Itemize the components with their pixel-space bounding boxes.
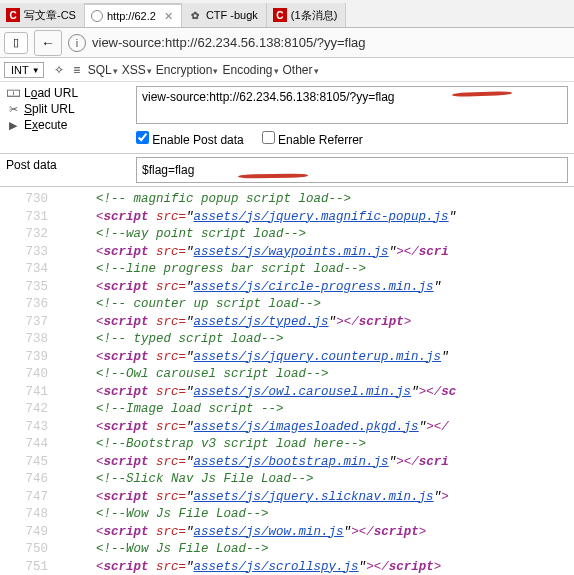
load-icon: 🀱 <box>6 87 20 100</box>
tab-title: CTF -bugk <box>206 9 258 21</box>
close-icon[interactable]: ✕ <box>164 10 173 23</box>
menu-xss[interactable]: XSS <box>120 63 154 77</box>
address-bar: ▯ ← i view-source:http://62.234.56.138:8… <box>0 28 574 58</box>
enable-referrer-checkbox[interactable]: Enable Referrer <box>262 131 363 147</box>
post-data-label: Post data <box>0 154 130 186</box>
favicon-gear: ✿ <box>188 8 202 22</box>
menu-sql[interactable]: SQL <box>86 63 120 77</box>
url-input[interactable]: view-source:http://62.234.56.138:8105/?y… <box>136 86 568 124</box>
panel-actions: 🀱 Load URL ✂ Split URL ▶ Execute <box>0 82 130 153</box>
split-icon: ✂ <box>6 103 20 116</box>
tab-1[interactable]: http://62.2 ✕ <box>85 3 182 27</box>
src-link[interactable]: assets/js/bootstrap.min.js <box>194 455 389 469</box>
execute-action[interactable]: ▶ Execute <box>6 118 124 132</box>
tab-strip: C 写文章-CS http://62.2 ✕ ✿ CTF -bugk C (1条… <box>0 0 574 28</box>
wand-icon[interactable]: ✧ <box>50 63 68 77</box>
tab-title: http://62.2 <box>107 10 156 22</box>
menu-encoding[interactable]: Encoding <box>220 63 280 77</box>
post-data-row: Post data <box>0 154 574 187</box>
src-link[interactable]: assets/js/imagesloaded.pkgd.js <box>194 420 419 434</box>
src-link[interactable]: assets/js/jquery.slicknav.min.js <box>194 490 434 504</box>
src-link[interactable]: assets/js/jquery.counterup.min.js <box>194 350 442 364</box>
hackbar-panel: 🀱 Load URL ✂ Split URL ▶ Execute view-so… <box>0 82 574 154</box>
tab-title: (1条消息) <box>291 8 337 23</box>
tab-title: 写文章-CS <box>24 8 76 23</box>
load-url-action[interactable]: 🀱 Load URL <box>6 86 124 100</box>
favicon-globe <box>91 10 103 22</box>
src-link[interactable]: assets/js/wow.min.js <box>194 525 344 539</box>
src-link[interactable]: assets/js/scrollspy.js <box>194 560 359 574</box>
menu-encryption[interactable]: Encryption <box>154 63 221 77</box>
src-link[interactable]: assets/js/waypoints.min.js <box>194 245 389 259</box>
site-info-icon[interactable]: i <box>68 34 86 52</box>
tab-2[interactable]: ✿ CTF -bugk <box>182 3 267 27</box>
split-url-action[interactable]: ✂ Split URL <box>6 102 124 116</box>
hackbar-toolbar: INT ✧ ≡ SQL XSS Encryption Encoding Othe… <box>0 58 574 82</box>
back-button[interactable]: ← <box>34 30 62 56</box>
src-link[interactable]: assets/js/circle-progress.min.js <box>194 280 434 294</box>
execute-icon: ▶ <box>6 119 20 132</box>
sidebar-toggle-button[interactable]: ▯ <box>4 32 28 54</box>
enable-post-checkbox[interactable]: Enable Post data <box>136 131 244 147</box>
favicon-c: C <box>6 8 20 22</box>
tab-3[interactable]: C (1条消息) <box>267 3 346 27</box>
int-select[interactable]: INT <box>4 62 44 78</box>
src-link[interactable]: assets/js/jquery.magnific-popup.js <box>194 210 449 224</box>
post-data-input[interactable] <box>136 157 568 183</box>
db-icon[interactable]: ≡ <box>68 63 86 77</box>
tab-0[interactable]: C 写文章-CS <box>0 3 85 27</box>
url-text[interactable]: view-source:http://62.234.56.138:8105/?y… <box>92 35 366 50</box>
favicon-c: C <box>273 8 287 22</box>
src-link[interactable]: assets/js/owl.carousel.min.js <box>194 385 412 399</box>
menu-other[interactable]: Other <box>281 63 321 77</box>
view-source[interactable]: 730<!-- magnific popup script load--> 73… <box>0 187 574 575</box>
src-link[interactable]: assets/js/typed.js <box>194 315 329 329</box>
